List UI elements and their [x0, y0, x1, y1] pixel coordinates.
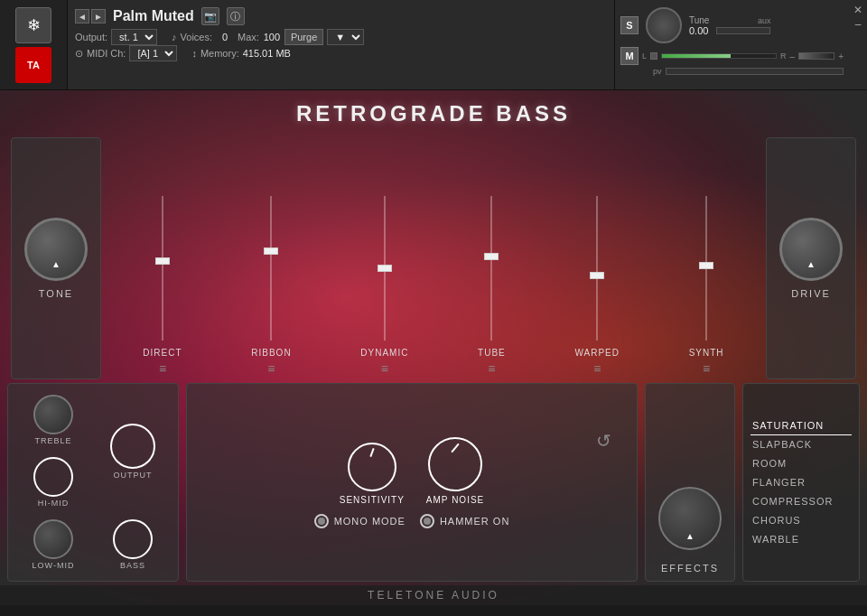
- purge-button[interactable]: Purge: [284, 29, 323, 45]
- info-button[interactable]: ⓘ: [227, 7, 245, 25]
- minus-button[interactable]: –: [790, 51, 796, 61]
- direct-slider-thumb[interactable]: [155, 257, 170, 265]
- tr-row1: S Tune 0.00 aux: [620, 5, 844, 45]
- voices-value: 0: [216, 32, 234, 42]
- tube-menu-icon[interactable]: ≡: [488, 361, 495, 376]
- drive-panel: DRIVE: [766, 137, 856, 379]
- close-button[interactable]: ✕: [853, 4, 862, 16]
- ribbon-slider-thumb[interactable]: [264, 247, 278, 255]
- fx-warble[interactable]: WARBLE: [750, 530, 852, 549]
- output-select[interactable]: st. 1: [111, 29, 157, 45]
- sliders-row: DIRECT ≡ RIBBON ≡: [108, 134, 759, 383]
- treble-knob[interactable]: [33, 395, 73, 434]
- output-eq-label: OUTPUT: [114, 471, 153, 480]
- fx-slapback[interactable]: SLAPBACK: [750, 435, 852, 454]
- pv-bar: [666, 68, 844, 75]
- tube-slider-thumb[interactable]: [484, 253, 499, 260]
- tr-row3: pv: [620, 67, 844, 76]
- eq-panel: TREBLE HI-MID OUTPUT LOW-MID BASS: [7, 383, 179, 582]
- aux-bar: [716, 27, 770, 34]
- fx-flanger[interactable]: FLANGER: [750, 473, 852, 492]
- synth-slider-thumb[interactable]: [699, 262, 713, 269]
- direct-slider[interactable]: [162, 196, 163, 341]
- purge-select[interactable]: ▼: [327, 29, 364, 45]
- plus-button[interactable]: +: [838, 51, 844, 61]
- direct-menu-icon[interactable]: ≡: [159, 361, 166, 376]
- warped-label: WARPED: [574, 348, 620, 358]
- dynamic-menu-icon[interactable]: ≡: [381, 361, 388, 376]
- warped-menu-icon[interactable]: ≡: [593, 361, 601, 376]
- low-mid-knob[interactable]: [33, 519, 73, 559]
- effects-panel: EFFECTS: [645, 383, 735, 582]
- fx-chorus[interactable]: CHORUS: [750, 511, 852, 530]
- synth-slider[interactable]: [705, 196, 707, 341]
- main-controls: TONE DIRECT ≡: [0, 134, 867, 383]
- output-control: Output: st. 1: [75, 29, 157, 45]
- synth-menu-icon[interactable]: ≡: [703, 361, 710, 376]
- ribbon-slider[interactable]: [270, 196, 272, 341]
- sliders-area: DIRECT ≡ RIBBON ≡: [105, 134, 762, 383]
- hammer-on-circle[interactable]: [420, 514, 434, 528]
- output-knob[interactable]: [110, 424, 155, 469]
- snowflake-button[interactable]: ❄: [15, 7, 51, 43]
- memory-icon: ↕: [191, 48, 197, 59]
- ta-logo: TA: [15, 47, 51, 83]
- tr-row2: M L R – +: [620, 47, 844, 65]
- ribbon-label: RIBBON: [251, 348, 291, 358]
- minimize-button[interactable]: –: [855, 18, 862, 31]
- hammer-on-label: HAMMER ON: [440, 516, 509, 527]
- level-left-label: L: [642, 51, 647, 61]
- instrument-area: RETROGRADE BASS TONE DIRECT ≡: [0, 90, 867, 605]
- s-button[interactable]: S: [620, 16, 639, 34]
- fx-saturation[interactable]: SATURATION: [750, 416, 852, 435]
- tube-label: TUBE: [478, 348, 506, 358]
- top-bar: ❄ TA ◄ ► Palm Muted 📷 ⓘ Output: st. 1 ♪ …: [0, 0, 867, 90]
- controls-row-1: Output: st. 1 ♪ Voices: 0 Max: 100 Purge…: [75, 29, 607, 45]
- hammer-on-radio[interactable]: HAMMER ON: [420, 514, 509, 528]
- mid-content: ↺ SENSITIVITY AMP NOISE: [198, 437, 626, 528]
- memory-value: 415.01 MB: [243, 48, 291, 59]
- amp-noise-cell: AMP NOISE: [426, 437, 484, 505]
- m-button[interactable]: M: [620, 47, 639, 65]
- nav-prev-button[interactable]: ◄: [75, 9, 89, 23]
- hi-mid-knob[interactable]: [33, 457, 73, 497]
- mono-mode-radio[interactable]: MONO MODE: [314, 514, 406, 528]
- midi-control: ⊙ MIDI Ch: [A] 1: [75, 45, 177, 61]
- fx-room[interactable]: ROOM: [750, 454, 852, 473]
- fx-list-panel: SATURATION SLAPBACK ROOM FLANGER COMPRES…: [742, 383, 860, 582]
- voices-control: ♪ Voices: 0 Max: 100 Purge ▼: [172, 29, 364, 45]
- ribbon-menu-icon[interactable]: ≡: [267, 361, 275, 376]
- drive-knob[interactable]: [779, 218, 843, 281]
- nav-next-button[interactable]: ►: [91, 9, 106, 23]
- sensitivity-knob[interactable]: [348, 443, 396, 491]
- level-fill: [662, 54, 731, 58]
- amp-noise-label: AMP NOISE: [426, 495, 484, 505]
- warped-slider[interactable]: [596, 196, 598, 341]
- dynamic-slider-thumb[interactable]: [378, 265, 392, 272]
- bass-knob[interactable]: [113, 519, 153, 559]
- top-left-panel: ❄ TA: [0, 0, 68, 89]
- voices-icon: ♪: [172, 32, 177, 42]
- output-label: Output:: [75, 32, 107, 42]
- tune-knob[interactable]: [646, 7, 682, 43]
- camera-button[interactable]: 📷: [201, 7, 219, 25]
- dynamic-slider[interactable]: [384, 196, 386, 341]
- mono-mode-circle[interactable]: [314, 514, 329, 528]
- close-area: ✕ –: [849, 0, 867, 89]
- reset-button[interactable]: ↺: [596, 430, 611, 452]
- treble-cell: TREBLE: [15, 395, 91, 445]
- slider-group-direct: DIRECT ≡: [143, 196, 182, 376]
- amp-noise-knob[interactable]: [428, 437, 482, 491]
- tune-value: 0.00: [689, 25, 709, 36]
- top-right-panel: S Tune 0.00 aux M L: [614, 0, 849, 89]
- tone-knob[interactable]: [24, 218, 88, 281]
- midi-select[interactable]: [A] 1: [129, 45, 177, 61]
- level-bar: [798, 52, 834, 60]
- tube-slider[interactable]: [490, 196, 492, 341]
- fx-compressor[interactable]: COMPRESSOR: [750, 492, 852, 511]
- midi-icon: ⊙: [75, 48, 83, 60]
- effects-knob[interactable]: [658, 487, 722, 550]
- warped-slider-thumb[interactable]: [590, 272, 604, 279]
- tune-label: Tune: [689, 15, 709, 25]
- level-left-indicator[interactable]: [650, 52, 657, 60]
